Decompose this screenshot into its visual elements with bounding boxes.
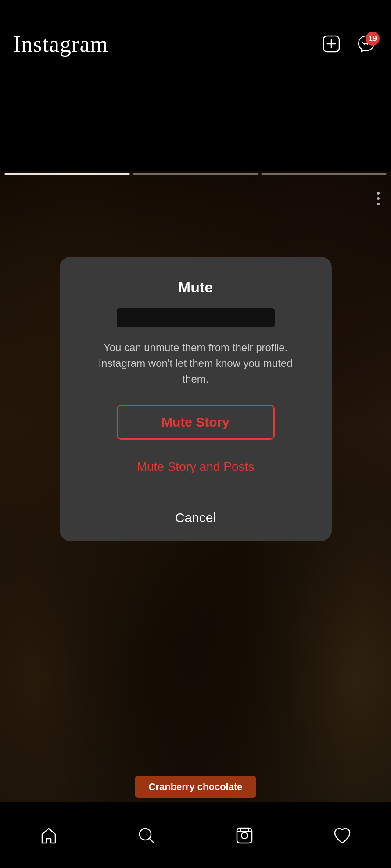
modal-backdrop: Mute You can unmute them from their prof… — [0, 0, 391, 868]
username-redacted — [117, 308, 275, 327]
modal-title: Mute — [178, 279, 213, 296]
bottom-navigation — [0, 811, 391, 868]
svg-point-6 — [241, 832, 248, 839]
modal-description: You can unmute them from their profile. … — [77, 340, 314, 387]
mute-story-and-posts-button[interactable]: Mute Story and Posts — [133, 455, 259, 478]
home-nav-button[interactable] — [31, 820, 66, 851]
svg-line-4 — [150, 839, 154, 843]
cancel-button[interactable]: Cancel — [175, 510, 216, 525]
modal-content: Mute You can unmute them from their prof… — [60, 257, 332, 494]
search-nav-button[interactable] — [129, 820, 164, 851]
svg-point-3 — [140, 829, 151, 840]
svg-rect-5 — [237, 828, 252, 843]
mute-story-button[interactable]: Mute Story — [117, 405, 275, 440]
mute-modal: Mute You can unmute them from their prof… — [60, 257, 332, 541]
cancel-section: Cancel — [60, 494, 332, 541]
reels-nav-button[interactable] — [227, 820, 262, 851]
activity-nav-button[interactable] — [325, 820, 360, 851]
